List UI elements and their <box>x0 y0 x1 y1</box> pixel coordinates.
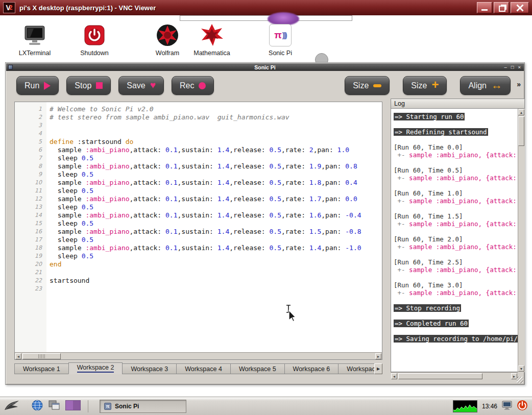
tab-workspace-4[interactable]: Workspace 4 <box>176 363 231 374</box>
app-minimize-button[interactable]: – <box>504 64 506 70</box>
log-hscrollbar[interactable]: ◄ ► <box>391 372 518 379</box>
tab-label: Workspace 4 <box>185 365 222 373</box>
workspace-tabbar: Workspace 1Workspace 2Workspace 3Workspa… <box>14 362 382 374</box>
scroll-thumb[interactable] <box>22 353 61 359</box>
desktop-icon-lxterminal[interactable]: LXTerminal <box>10 22 59 57</box>
scroll-thumb[interactable] <box>398 373 482 379</box>
rec-button[interactable]: Rec <box>172 76 214 95</box>
size-increase-button[interactable]: Size+ <box>403 76 447 95</box>
code-line: 21 <box>15 268 382 277</box>
scroll-up-button[interactable]: ▲ <box>518 109 524 115</box>
line-number: 18 <box>15 244 46 252</box>
stop-button[interactable]: Stop <box>66 76 111 95</box>
toolbar-overflow-button[interactable]: » <box>517 80 521 88</box>
desktop-icon-wolfram[interactable]: Wolfram <box>143 22 192 57</box>
code-line: 23 <box>15 285 382 293</box>
log-vscrollbar[interactable]: ▲ ▼ <box>518 109 525 372</box>
vnc-window-title: pi's X desktop (raspberrypi:1) - VNC Vie… <box>19 4 156 12</box>
window-resize-grip[interactable] <box>517 377 523 383</box>
desktop-pager[interactable] <box>65 400 81 412</box>
log-entry: [Run 60, Time 0.0] +- sample :ambi_piano… <box>394 143 517 159</box>
start-menu-button[interactable] <box>4 399 19 413</box>
plus-icon: + <box>431 80 439 89</box>
log-output[interactable]: => Starting run 60=> Redefining startsou… <box>391 109 525 372</box>
line-number: 2 <box>15 113 46 121</box>
line-number: 17 <box>15 236 46 244</box>
log-entry: => Starting run 60 <box>394 113 517 120</box>
log-entry: => Stop recording <box>394 304 517 312</box>
code-text: sample :ambi_piano,attack: 0.1,sustain: … <box>46 195 357 203</box>
log-entry: => Completed run 60 <box>394 320 517 327</box>
code-text: end <box>46 260 61 268</box>
tab-label: Workspace 5 <box>239 365 276 373</box>
code-line: 9 sleep 0.5 <box>15 170 382 179</box>
log-entry: [Run 60, Time 2.0] +- sample :ambi_piano… <box>394 235 517 251</box>
app-titlebar[interactable]: Sonic Pi – □ × <box>6 63 524 71</box>
cpu-graph-icon <box>453 401 477 412</box>
scroll-down-button[interactable]: ▼ <box>518 365 524 372</box>
sonic-pi-taskbar-icon: π <box>104 403 111 410</box>
code-editor[interactable]: 1# Welcome to Sonic Pi v2.02# test stere… <box>14 102 382 360</box>
code-text: sample :ambi_piano,attack: 0.1,sustain: … <box>46 179 357 187</box>
scroll-left-button[interactable]: ◄ <box>391 373 397 379</box>
logout-button[interactable] <box>517 400 528 413</box>
tab-workspace-1[interactable]: Workspace 1 <box>14 363 69 374</box>
vnc-window-controls <box>477 2 529 13</box>
line-number: 22 <box>15 277 46 285</box>
code-line: 14 sample :ambi_piano,attack: 0.1,sustai… <box>15 211 382 219</box>
app-close-button[interactable]: × <box>518 64 521 70</box>
code-line: 7 sleep 0.5 <box>15 154 382 162</box>
editor-hscrollbar[interactable]: ◄ ► <box>15 352 382 359</box>
scroll-thumb[interactable] <box>518 116 524 146</box>
code-text <box>46 121 50 130</box>
code-text <box>46 268 50 277</box>
code-text: sample :ambi_piano,attack: 0.1,sustain: … <box>46 211 361 219</box>
code-line: 18 sample :ambi_piano,attack: 0.1,sustai… <box>15 244 382 252</box>
editor-log-splitter[interactable] <box>383 102 390 360</box>
button-label: Size <box>411 81 427 90</box>
line-number: 1 <box>15 105 46 113</box>
file-manager-button[interactable] <box>48 400 60 413</box>
tab-scroll-right-button[interactable]: ▶ <box>374 363 382 374</box>
size-decrease-button[interactable]: Size <box>345 76 390 95</box>
desktop-icon-shutdown[interactable]: Shutdown <box>70 22 119 57</box>
desktop-icon-label: LXTerminal <box>19 50 51 57</box>
tab-workspace-2[interactable]: Workspace 2 <box>68 362 123 374</box>
tab-workspace-3[interactable]: Workspace 3 <box>122 363 177 374</box>
desktop-icon-mathematica[interactable]: Mathematica <box>187 22 236 57</box>
desktop-icon-sonicpi[interactable]: π)))Sonic Pi <box>256 22 305 57</box>
vnc-logo-icon: V2 <box>3 2 15 13</box>
mathematica-icon <box>199 22 225 48</box>
vnc-titlebar: V2 pi's X desktop (raspberrypi:1) - VNC … <box>0 0 532 15</box>
button-label: Align <box>468 81 487 90</box>
tab-workspace-6[interactable]: Workspace 6 <box>284 363 339 374</box>
tab-workspace-5[interactable]: Workspace 5 <box>230 363 285 374</box>
align-button[interactable]: Align↔ <box>460 76 511 95</box>
close-button[interactable] <box>511 2 529 13</box>
sonic-pi-window: Sonic Pi – □ × RunStopSave♥Rec SizeSize+… <box>5 62 525 385</box>
screen: V2 pi's X desktop (raspberrypi:1) - VNC … <box>0 0 532 415</box>
app-maximize-button[interactable]: □ <box>511 64 514 70</box>
code-text: sleep 0.5 <box>46 236 93 244</box>
desktop: LXTerminalShutdownWolframMathematicaπ)))… <box>0 15 532 397</box>
display-settings-button[interactable] <box>502 400 512 412</box>
save-button[interactable]: Save♥ <box>118 76 164 95</box>
restore-button[interactable] <box>494 2 509 13</box>
scroll-left-button[interactable]: ◄ <box>15 353 21 359</box>
power-icon <box>517 400 528 413</box>
minimize-button[interactable] <box>477 2 492 13</box>
tab-label: Workspace 6 <box>293 365 330 373</box>
lxde-menu-icon <box>4 399 19 413</box>
pager-icon <box>65 400 81 412</box>
web-browser-button[interactable] <box>32 400 43 413</box>
code-line: 22startsound <box>15 277 382 285</box>
code-line: 1# Welcome to Sonic Pi v2.0 <box>15 105 382 113</box>
circle-icon <box>199 82 206 89</box>
minus-icon <box>373 84 381 87</box>
code-text: sleep 0.5 <box>46 219 93 228</box>
code-line: 4 <box>15 130 382 138</box>
run-button[interactable]: Run <box>16 76 59 95</box>
log-panel: Log => Starting run 60=> Redefining star… <box>391 99 525 379</box>
taskbar-window-button[interactable]: π Sonic Pi <box>100 400 186 413</box>
scroll-right-button[interactable]: ► <box>375 353 381 359</box>
